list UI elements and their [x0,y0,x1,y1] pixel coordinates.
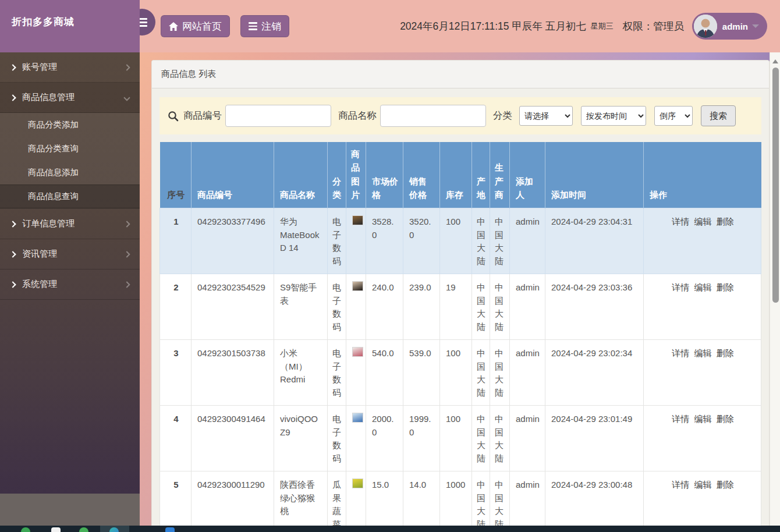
sort-field-select[interactable]: 按发布时间 [581,106,646,126]
user-menu[interactable]: admin [692,13,767,40]
sidebar-item-news-management[interactable]: 资讯管理 [0,239,140,269]
delete-link[interactable]: 删除 [717,480,734,490]
row-category: 电子数码 [328,340,346,406]
row-added-by: admin [510,406,545,471]
delete-link[interactable]: 删除 [717,414,734,424]
taskbar-app-icon[interactable] [21,527,30,532]
sidebar-item-product-info-management[interactable]: 商品信息管理 [0,83,140,113]
vertical-scrollbar[interactable] [770,52,780,526]
col-header-product-no: 商品编号 [192,142,274,208]
row-producer: 中国大陆 [490,406,510,471]
category-select[interactable]: 请选择 [519,106,573,126]
sidebar-item-product-info-query[interactable]: 商品信息查询 [0,185,140,208]
row-product-name: vivoiQOO Z9 [274,406,328,471]
product-name-input[interactable] [380,105,486,127]
table-row: 2 04292302354529 S9智能手表 电子数码 240.0 239.0… [160,274,761,340]
row-origin: 中国大陆 [472,274,490,340]
sidebar: 折扣多多商城 账号管理 商品信息管理 商品分类添加 商品分类查询 商品信息添加 … [0,0,140,526]
row-product-no: 04292302354529 [192,274,274,340]
edit-link[interactable]: 编辑 [694,282,712,292]
scrollbar-thumb[interactable] [772,68,779,303]
detail-link[interactable]: 详情 [672,217,689,226]
sidebar-item-account-management[interactable]: 账号管理 [0,52,140,83]
row-image-cell [346,471,366,526]
sidebar-item-label: 订单信息管理 [22,218,75,229]
row-actions: 详情 编辑 删除 [644,406,761,471]
delete-link[interactable]: 删除 [717,282,734,292]
home-button-label: 网站首页 [182,20,222,33]
sidebar-footer [0,494,140,526]
table-header-row: 序号 商品编号 商品名称 分类 商品图片 市场价格 销售价格 库存 产地 生产商… [160,142,761,208]
row-index: 2 [160,274,192,340]
row-actions: 详情 编辑 删除 [644,340,761,406]
row-actions: 详情 编辑 删除 [644,471,761,526]
row-sale-price: 1999.0 [403,406,440,471]
edit-link[interactable]: 编辑 [694,480,712,490]
row-sale-price: 3520.0 [403,208,440,274]
row-actions: 详情 编辑 删除 [644,208,761,274]
scroll-up-arrow-icon[interactable] [772,59,778,63]
detail-link[interactable]: 详情 [672,282,689,292]
taskbar-app-icon[interactable] [165,527,175,532]
row-added-by: admin [510,208,545,274]
row-market-price: 2000.0 [366,406,403,471]
col-header-producer: 生产商 [490,142,510,208]
product-image [352,347,363,357]
row-product-name: 小米（MI）Redmi [274,340,328,406]
col-header-stock: 库存 [440,142,472,208]
detail-link[interactable]: 详情 [672,414,689,424]
detail-link[interactable]: 详情 [672,480,689,490]
row-market-price: 240.0 [366,274,403,340]
row-category: 电子数码 [328,274,346,340]
chevron-right-icon [123,64,130,70]
edit-link[interactable]: 编辑 [694,348,712,358]
sidebar-item-product-category-query[interactable]: 商品分类查询 [0,137,140,161]
delete-link[interactable]: 删除 [717,217,734,226]
row-producer: 中国大陆 [490,274,510,340]
col-header-added-by: 添加人 [510,142,545,208]
product-no-input[interactable] [225,105,331,127]
col-header-index: 序号 [160,142,192,208]
row-product-no: 04292300491464 [192,406,274,471]
row-stock: 1000 [440,471,472,526]
col-header-sale-price: 销售价格 [403,142,440,208]
sidebar-item-label: 商品信息管理 [22,92,75,103]
chevron-right-icon [123,251,130,257]
row-added-time: 2024-04-29 23:04:31 [545,208,644,274]
taskbar-app-icon[interactable] [79,527,88,532]
sidebar-header: 折扣多多商城 [0,0,140,52]
col-header-category: 分类 [328,142,346,208]
sidebar-item-product-info-add[interactable]: 商品信息添加 [0,161,140,185]
product-image [352,281,363,291]
avatar [694,15,717,38]
caret-down-icon [752,24,759,28]
sort-order-select[interactable]: 倒序 [654,106,693,126]
row-market-price: 540.0 [366,340,403,406]
os-taskbar[interactable] [0,526,780,532]
detail-link[interactable]: 详情 [672,348,689,358]
row-index: 1 [160,208,192,274]
sidebar-item-system-management[interactable]: 系统管理 [0,269,140,300]
row-category: 电子数码 [328,208,346,274]
search-button[interactable]: 搜索 [701,105,736,126]
edit-link[interactable]: 编辑 [694,217,712,226]
col-header-actions: 操作 [644,142,761,208]
col-header-product-image: 商品图片 [346,142,366,208]
logout-button[interactable]: 注销 [240,15,289,37]
row-sale-price: 539.0 [403,340,440,406]
taskbar-app-icon[interactable] [51,527,61,532]
sidebar-item-label: 账号管理 [22,62,57,73]
sidebar-item-order-management[interactable]: 订单信息管理 [0,209,140,239]
table-row: 1 04292303377496 华为MateBook D 14 电子数码 35… [160,208,761,274]
chevron-right-icon [9,251,16,257]
row-index: 3 [160,340,192,406]
row-stock: 100 [440,406,472,471]
delete-link[interactable]: 删除 [717,348,734,358]
row-image-cell [346,340,366,406]
home-button[interactable]: 网站首页 [161,15,230,37]
row-producer: 中国大陆 [490,471,510,526]
edit-link[interactable]: 编辑 [694,414,712,424]
row-stock: 100 [440,208,472,274]
search-icon [168,111,179,122]
sidebar-item-product-category-add[interactable]: 商品分类添加 [0,113,140,137]
